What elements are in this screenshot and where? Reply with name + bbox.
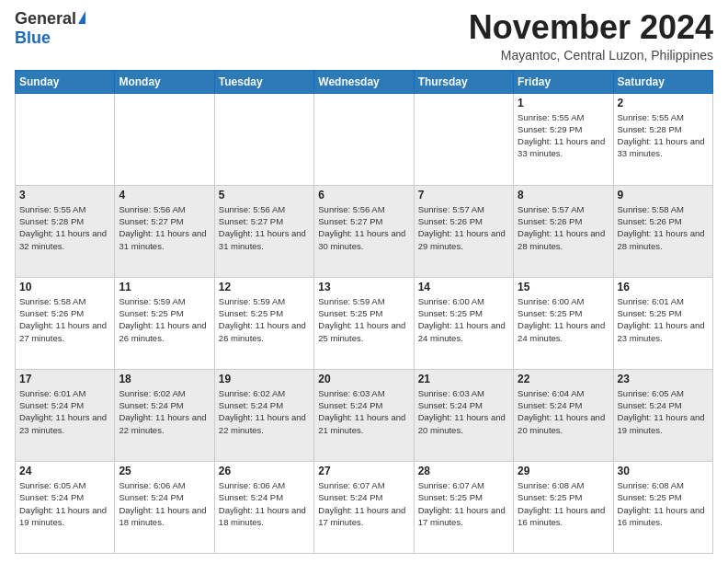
day-info: Sunrise: 5:59 AMSunset: 5:25 PMDaylight:… [219,295,310,344]
day-info: Sunrise: 6:02 AMSunset: 5:24 PMDaylight:… [219,387,310,436]
day-number: 21 [418,373,509,385]
day-info: Sunrise: 6:06 AMSunset: 5:24 PMDaylight:… [219,479,310,528]
day-info: Sunrise: 6:08 AMSunset: 5:25 PMDaylight:… [618,479,709,528]
day-info: Sunrise: 5:55 AMSunset: 5:29 PMDaylight:… [518,111,609,160]
day-number: 18 [119,373,210,385]
calendar-cell: 6Sunrise: 5:56 AMSunset: 5:27 PMDaylight… [314,185,414,277]
day-info: Sunrise: 6:08 AMSunset: 5:25 PMDaylight:… [518,479,609,528]
day-info: Sunrise: 6:03 AMSunset: 5:24 PMDaylight:… [318,387,409,436]
logo-triangle-icon [78,11,85,24]
calendar-table: SundayMondayTuesdayWednesdayThursdayFrid… [15,70,713,554]
day-number: 14 [418,281,509,293]
calendar-cell: 3Sunrise: 5:55 AMSunset: 5:28 PMDaylight… [16,185,115,277]
calendar-cell [115,93,214,185]
day-info: Sunrise: 5:57 AMSunset: 5:26 PMDaylight:… [418,203,509,252]
calendar-cell: 24Sunrise: 6:05 AMSunset: 5:24 PMDayligh… [16,461,115,553]
day-info: Sunrise: 6:03 AMSunset: 5:24 PMDaylight:… [418,387,509,436]
calendar-cell: 19Sunrise: 6:02 AMSunset: 5:24 PMDayligh… [214,369,313,461]
day-info: Sunrise: 5:56 AMSunset: 5:27 PMDaylight:… [119,203,210,252]
day-info: Sunrise: 5:55 AMSunset: 5:28 PMDaylight:… [618,111,709,160]
calendar-cell: 26Sunrise: 6:06 AMSunset: 5:24 PMDayligh… [214,461,313,553]
day-info: Sunrise: 6:05 AMSunset: 5:24 PMDaylight:… [19,479,110,528]
calendar-cell: 5Sunrise: 5:56 AMSunset: 5:27 PMDaylight… [214,185,313,277]
calendar-cell: 12Sunrise: 5:59 AMSunset: 5:25 PMDayligh… [214,277,313,369]
week-row-5: 24Sunrise: 6:05 AMSunset: 5:24 PMDayligh… [16,461,713,553]
calendar-cell: 18Sunrise: 6:02 AMSunset: 5:24 PMDayligh… [115,369,214,461]
day-info: Sunrise: 5:56 AMSunset: 5:27 PMDaylight:… [219,203,310,252]
day-info: Sunrise: 6:05 AMSunset: 5:24 PMDaylight:… [618,387,709,436]
day-number: 22 [518,373,609,385]
calendar-cell: 8Sunrise: 5:57 AMSunset: 5:26 PMDaylight… [514,185,613,277]
day-info: Sunrise: 5:56 AMSunset: 5:27 PMDaylight:… [318,203,409,252]
month-title: November 2024 [469,9,713,46]
day-number: 20 [318,373,409,385]
day-number: 19 [219,373,310,385]
day-number: 4 [119,189,210,201]
calendar-cell: 13Sunrise: 5:59 AMSunset: 5:25 PMDayligh… [314,277,414,369]
week-row-3: 10Sunrise: 5:58 AMSunset: 5:26 PMDayligh… [16,277,713,369]
day-info: Sunrise: 6:07 AMSunset: 5:25 PMDaylight:… [418,479,509,528]
day-number: 28 [418,465,509,477]
weekday-header-saturday: Saturday [613,70,712,93]
calendar-cell: 27Sunrise: 6:07 AMSunset: 5:24 PMDayligh… [314,461,414,553]
day-info: Sunrise: 6:01 AMSunset: 5:24 PMDaylight:… [19,387,110,436]
day-info: Sunrise: 5:57 AMSunset: 5:26 PMDaylight:… [518,203,609,252]
day-info: Sunrise: 5:58 AMSunset: 5:26 PMDaylight:… [19,295,110,344]
weekday-header-row: SundayMondayTuesdayWednesdayThursdayFrid… [16,70,713,93]
calendar-cell: 29Sunrise: 6:08 AMSunset: 5:25 PMDayligh… [514,461,613,553]
calendar-cell: 30Sunrise: 6:08 AMSunset: 5:25 PMDayligh… [613,461,712,553]
day-number: 3 [19,189,110,201]
calendar-cell: 7Sunrise: 5:57 AMSunset: 5:26 PMDaylight… [414,185,513,277]
day-number: 13 [318,281,409,293]
calendar-cell: 14Sunrise: 6:00 AMSunset: 5:25 PMDayligh… [414,277,513,369]
week-row-1: 1Sunrise: 5:55 AMSunset: 5:29 PMDaylight… [16,93,713,185]
calendar-cell [214,93,313,185]
day-info: Sunrise: 5:58 AMSunset: 5:26 PMDaylight:… [618,203,709,252]
day-info: Sunrise: 6:00 AMSunset: 5:25 PMDaylight:… [418,295,509,344]
logo-blue-text: Blue [15,29,51,48]
day-number: 25 [119,465,210,477]
header: General Blue November 2024 Mayantoc, Cen… [15,9,713,63]
calendar-cell: 20Sunrise: 6:03 AMSunset: 5:24 PMDayligh… [314,369,414,461]
weekday-header-thursday: Thursday [414,70,513,93]
day-number: 16 [618,281,709,293]
day-number: 30 [618,465,709,477]
day-number: 23 [618,373,709,385]
calendar-cell: 2Sunrise: 5:55 AMSunset: 5:28 PMDaylight… [613,93,712,185]
calendar-cell [16,93,115,185]
weekday-header-wednesday: Wednesday [314,70,414,93]
title-section: November 2024 Mayantoc, Central Luzon, P… [469,9,713,63]
day-info: Sunrise: 6:00 AMSunset: 5:25 PMDaylight:… [518,295,609,344]
day-number: 2 [618,97,709,109]
calendar-cell: 16Sunrise: 6:01 AMSunset: 5:25 PMDayligh… [613,277,712,369]
day-info: Sunrise: 6:06 AMSunset: 5:24 PMDaylight:… [119,479,210,528]
day-number: 10 [19,281,110,293]
weekday-header-friday: Friday [514,70,613,93]
day-number: 12 [219,281,310,293]
day-number: 29 [518,465,609,477]
day-number: 11 [119,281,210,293]
calendar-cell: 25Sunrise: 6:06 AMSunset: 5:24 PMDayligh… [115,461,214,553]
weekday-header-sunday: Sunday [16,70,115,93]
day-info: Sunrise: 6:01 AMSunset: 5:25 PMDaylight:… [618,295,709,344]
day-number: 9 [618,189,709,201]
day-number: 15 [518,281,609,293]
day-number: 5 [219,189,310,201]
day-info: Sunrise: 6:07 AMSunset: 5:24 PMDaylight:… [318,479,409,528]
day-number: 1 [518,97,609,109]
day-number: 24 [19,465,110,477]
calendar-cell: 1Sunrise: 5:55 AMSunset: 5:29 PMDaylight… [514,93,613,185]
weekday-header-monday: Monday [115,70,214,93]
calendar-cell: 28Sunrise: 6:07 AMSunset: 5:25 PMDayligh… [414,461,513,553]
day-info: Sunrise: 6:02 AMSunset: 5:24 PMDaylight:… [119,387,210,436]
calendar-cell: 9Sunrise: 5:58 AMSunset: 5:26 PMDaylight… [613,185,712,277]
week-row-4: 17Sunrise: 6:01 AMSunset: 5:24 PMDayligh… [16,369,713,461]
day-number: 8 [518,189,609,201]
calendar-cell: 11Sunrise: 5:59 AMSunset: 5:25 PMDayligh… [115,277,214,369]
day-number: 17 [19,373,110,385]
day-info: Sunrise: 5:55 AMSunset: 5:28 PMDaylight:… [19,203,110,252]
day-info: Sunrise: 6:04 AMSunset: 5:24 PMDaylight:… [518,387,609,436]
page: General Blue November 2024 Mayantoc, Cen… [0,0,728,563]
calendar-cell: 15Sunrise: 6:00 AMSunset: 5:25 PMDayligh… [514,277,613,369]
day-info: Sunrise: 5:59 AMSunset: 5:25 PMDaylight:… [119,295,210,344]
